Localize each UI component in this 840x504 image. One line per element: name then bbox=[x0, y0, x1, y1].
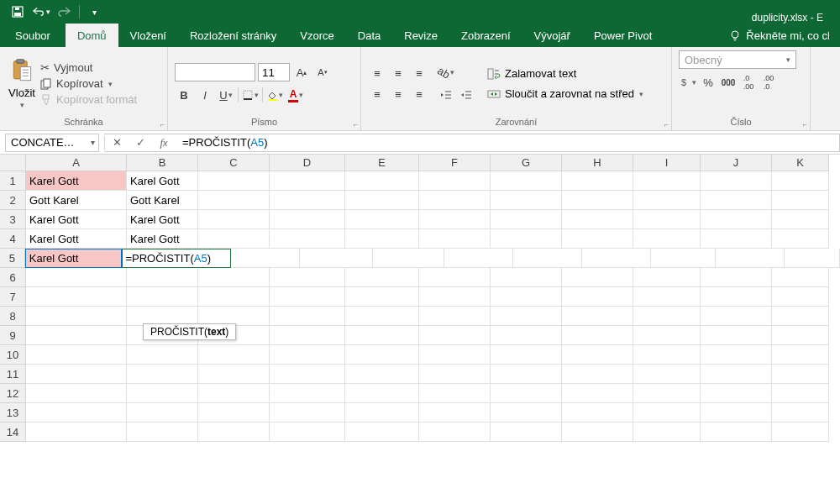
cell[interactable] bbox=[26, 307, 127, 326]
cell[interactable] bbox=[562, 171, 633, 191]
cell[interactable] bbox=[270, 171, 345, 191]
tab-developer[interactable]: Vývojář bbox=[522, 24, 582, 47]
merge-center-button[interactable]: Sloučit a zarovnat na střed▾ bbox=[484, 86, 647, 102]
font-color-button[interactable]: A▾ bbox=[286, 86, 305, 104]
cell[interactable] bbox=[716, 249, 785, 268]
cell[interactable] bbox=[419, 210, 491, 229]
cell[interactable] bbox=[198, 171, 270, 191]
cell[interactable] bbox=[633, 423, 701, 442]
cell[interactable] bbox=[198, 210, 270, 229]
tab-layout[interactable]: Rozložení stránky bbox=[178, 24, 288, 47]
cell[interactable]: Karel Gott bbox=[25, 249, 123, 268]
cell[interactable] bbox=[562, 403, 633, 423]
align-center-icon[interactable]: ≡ bbox=[389, 85, 407, 103]
cell[interactable] bbox=[127, 268, 198, 287]
cell[interactable] bbox=[772, 365, 829, 384]
col-header-H[interactable]: H bbox=[562, 155, 633, 171]
cell[interactable] bbox=[270, 423, 345, 442]
row-header[interactable]: 11 bbox=[0, 365, 26, 384]
tab-review[interactable]: Revize bbox=[392, 24, 449, 47]
cell[interactable] bbox=[491, 384, 562, 403]
cell[interactable] bbox=[198, 268, 270, 287]
italic-button[interactable]: I bbox=[196, 86, 214, 104]
cell[interactable] bbox=[701, 423, 772, 442]
row-header[interactable]: 10 bbox=[0, 345, 26, 365]
col-header-A[interactable]: A bbox=[26, 155, 127, 171]
cell[interactable] bbox=[491, 191, 562, 210]
cell[interactable] bbox=[345, 403, 419, 423]
decrease-indent-icon[interactable] bbox=[437, 86, 455, 104]
cell[interactable] bbox=[772, 345, 829, 365]
tab-home[interactable]: Domů bbox=[66, 24, 118, 47]
cell[interactable] bbox=[772, 171, 829, 191]
cell[interactable] bbox=[772, 229, 829, 249]
cell[interactable] bbox=[127, 345, 198, 365]
cell[interactable] bbox=[198, 191, 270, 210]
col-header-I[interactable]: I bbox=[633, 155, 701, 171]
increase-indent-icon[interactable] bbox=[457, 86, 475, 104]
cell[interactable] bbox=[270, 268, 345, 287]
cell[interactable] bbox=[772, 423, 829, 442]
row-header[interactable]: 2 bbox=[0, 191, 26, 210]
cell[interactable] bbox=[562, 210, 633, 229]
cell[interactable] bbox=[491, 326, 562, 345]
cell[interactable] bbox=[127, 365, 198, 384]
cell[interactable]: Gott Karel bbox=[26, 191, 127, 210]
row-header[interactable]: 12 bbox=[0, 384, 26, 403]
cell[interactable] bbox=[772, 210, 829, 229]
cell[interactable] bbox=[127, 287, 198, 307]
cell[interactable] bbox=[345, 229, 419, 249]
cell[interactable] bbox=[444, 249, 513, 268]
cell[interactable]: =PROČISTIT(A5) bbox=[122, 249, 231, 268]
col-header-D[interactable]: D bbox=[270, 155, 345, 171]
cell[interactable] bbox=[345, 384, 419, 403]
cell[interactable] bbox=[701, 268, 772, 287]
col-header-G[interactable]: G bbox=[491, 155, 562, 171]
row-header[interactable]: 5 bbox=[0, 249, 25, 268]
cell[interactable] bbox=[633, 287, 701, 307]
cell[interactable]: Karel Gott bbox=[26, 229, 127, 249]
cell[interactable] bbox=[491, 171, 562, 191]
cell[interactable] bbox=[419, 229, 491, 249]
col-header-J[interactable]: J bbox=[701, 155, 772, 171]
comma-format-icon[interactable]: 000 bbox=[719, 73, 738, 92]
cell[interactable] bbox=[633, 365, 701, 384]
col-header-E[interactable]: E bbox=[345, 155, 419, 171]
tab-data[interactable]: Data bbox=[346, 24, 392, 47]
function-tooltip[interactable]: PROČISTIT(text) bbox=[143, 323, 236, 340]
cell[interactable] bbox=[345, 326, 419, 345]
cell[interactable] bbox=[419, 287, 491, 307]
cell[interactable] bbox=[562, 268, 633, 287]
cell[interactable] bbox=[345, 307, 419, 326]
align-middle-icon[interactable]: ≡ bbox=[389, 64, 407, 82]
cell[interactable] bbox=[701, 326, 772, 345]
cell[interactable] bbox=[26, 345, 127, 365]
cell[interactable] bbox=[270, 326, 345, 345]
cell[interactable] bbox=[26, 384, 127, 403]
undo-icon[interactable]: ▾ bbox=[32, 3, 50, 21]
cell[interactable] bbox=[562, 229, 633, 249]
cell[interactable]: Karel Gott bbox=[26, 210, 127, 229]
qat-customize-icon[interactable]: ▾ bbox=[85, 3, 103, 21]
cell[interactable] bbox=[198, 287, 270, 307]
cell[interactable] bbox=[419, 384, 491, 403]
cell[interactable] bbox=[419, 326, 491, 345]
cell[interactable] bbox=[270, 307, 345, 326]
cell[interactable] bbox=[701, 171, 772, 191]
align-left-icon[interactable]: ≡ bbox=[368, 85, 386, 103]
cell[interactable] bbox=[651, 249, 716, 268]
row-header[interactable]: 4 bbox=[0, 229, 26, 249]
cell[interactable] bbox=[419, 345, 491, 365]
cell[interactable] bbox=[345, 287, 419, 307]
cell[interactable] bbox=[633, 171, 701, 191]
cell[interactable] bbox=[345, 365, 419, 384]
col-header-C[interactable]: C bbox=[198, 155, 270, 171]
cell[interactable] bbox=[26, 287, 127, 307]
cell[interactable] bbox=[270, 384, 345, 403]
tab-view[interactable]: Zobrazení bbox=[449, 24, 522, 47]
bold-button[interactable]: B bbox=[175, 86, 193, 104]
cell[interactable] bbox=[419, 365, 491, 384]
cell[interactable] bbox=[198, 403, 270, 423]
cell[interactable] bbox=[345, 171, 419, 191]
decrease-decimal-icon[interactable]: .00.0 bbox=[759, 73, 778, 92]
